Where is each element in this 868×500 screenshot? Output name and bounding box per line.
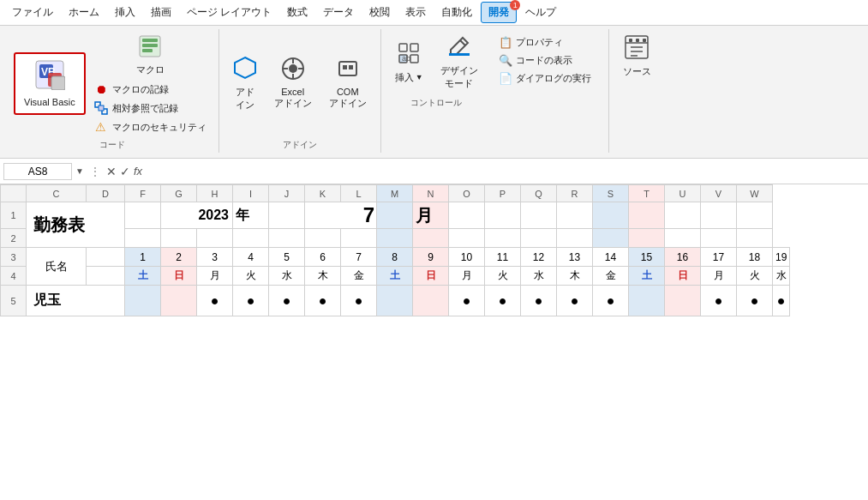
empty-s2[interactable] [593, 229, 629, 248]
weekday-7[interactable]: 金 [341, 267, 377, 286]
col-header-Q[interactable]: Q [521, 185, 557, 202]
empty-p2[interactable] [485, 229, 521, 248]
empty-r2[interactable] [557, 229, 593, 248]
confirm-formula-button[interactable]: ✓ [120, 165, 130, 178]
empty-d3[interactable] [87, 248, 125, 267]
macro-button[interactable]: マクロ [131, 31, 170, 79]
weekday-11[interactable]: 火 [485, 267, 521, 286]
day-7[interactable]: 7 [341, 248, 377, 267]
col-header-N[interactable]: N [413, 185, 449, 202]
relative-ref-button[interactable]: 相対参照で記録 [89, 99, 212, 117]
insert-control-button[interactable]: ab 挿入 ▼ [388, 38, 430, 87]
employee-kodama-d17[interactable]: ● [701, 286, 737, 316]
empty-t2[interactable] [629, 229, 665, 248]
employee-kodama-d6[interactable]: ● [305, 286, 341, 316]
employee-kodama-d3[interactable]: ● [197, 286, 233, 316]
com-addin-button[interactable]: COM アドイン [322, 53, 374, 113]
empty-v2[interactable] [701, 229, 737, 248]
weekday-4[interactable]: 火 [233, 267, 269, 286]
month-label-cell[interactable]: 月 [413, 202, 449, 229]
weekday-8[interactable]: 土 [377, 267, 413, 286]
name-box[interactable] [3, 163, 72, 180]
employee-kodama-d7[interactable]: ● [341, 286, 377, 316]
menu-home[interactable]: ホーム [62, 3, 106, 22]
properties-button[interactable]: 📋 プロパティ [494, 34, 596, 51]
empty-f2[interactable] [125, 229, 161, 248]
col-header-G[interactable]: G [161, 185, 197, 202]
empty-i2[interactable] [233, 229, 269, 248]
day-10[interactable]: 10 [449, 248, 485, 267]
weekday-10[interactable]: 月 [449, 267, 485, 286]
empty-u1[interactable] [665, 202, 701, 229]
empty-w2[interactable] [737, 229, 773, 248]
empty-p1[interactable] [485, 202, 521, 229]
col-header-D[interactable]: D [87, 185, 125, 202]
day-9[interactable]: 9 [413, 248, 449, 267]
year-cell[interactable]: 2023 [161, 202, 233, 229]
employee-kodama-d4[interactable]: ● [233, 286, 269, 316]
empty-q1[interactable] [521, 202, 557, 229]
source-button[interactable]: ソース [616, 31, 658, 81]
col-header-C[interactable]: C [27, 185, 87, 202]
day-13[interactable]: 13 [557, 248, 593, 267]
col-header-O[interactable]: O [449, 185, 485, 202]
employee-kodama-d10[interactable]: ● [449, 286, 485, 316]
empty-q2[interactable] [521, 229, 557, 248]
day-18[interactable]: 18 [737, 248, 773, 267]
col-header-V[interactable]: V [701, 185, 737, 202]
weekday-17[interactable]: 月 [701, 267, 737, 286]
col-header-M[interactable]: M [377, 185, 413, 202]
weekday-13[interactable]: 木 [557, 267, 593, 286]
view-code-button[interactable]: 🔍 コードの表示 [494, 52, 596, 69]
col-header-L[interactable]: L [341, 185, 377, 202]
month-cell[interactable]: 7 [305, 202, 377, 229]
col-header-W[interactable]: W [737, 185, 773, 202]
year-label-cell[interactable]: 年 [233, 202, 269, 229]
day-15[interactable]: 15 [629, 248, 665, 267]
empty-o1[interactable] [449, 202, 485, 229]
empty-v1[interactable] [701, 202, 737, 229]
empty-h2[interactable] [197, 229, 233, 248]
weekday-15[interactable]: 土 [629, 267, 665, 286]
empty-w1[interactable] [737, 202, 773, 229]
day-2[interactable]: 2 [161, 248, 197, 267]
empty-j1[interactable] [269, 202, 305, 229]
empty-d4[interactable] [87, 267, 125, 286]
empty-u2[interactable] [665, 229, 701, 248]
day-19[interactable]: 19 [773, 248, 790, 267]
name-box-dropdown-icon[interactable]: ▼ [75, 166, 84, 176]
empty-m1[interactable] [377, 202, 413, 229]
employee-kodama-d14[interactable]: ● [593, 286, 629, 316]
col-header-H[interactable]: H [197, 185, 233, 202]
employee-kodama-d1[interactable] [125, 286, 161, 316]
day-16[interactable]: 16 [665, 248, 701, 267]
day-11[interactable]: 11 [485, 248, 521, 267]
weekday-1[interactable]: 土 [125, 267, 161, 286]
day-17[interactable]: 17 [701, 248, 737, 267]
menu-draw[interactable]: 描画 [144, 3, 178, 22]
empty-s1[interactable] [593, 202, 629, 229]
employee-kodama-d11[interactable]: ● [485, 286, 521, 316]
weekday-12[interactable]: 水 [521, 267, 557, 286]
col-header-K[interactable]: K [305, 185, 341, 202]
weekday-19[interactable]: 水 [773, 267, 790, 286]
day-4[interactable]: 4 [233, 248, 269, 267]
fx-button[interactable]: fx [134, 165, 142, 178]
menu-file[interactable]: ファイル [5, 3, 60, 22]
empty-t1[interactable] [629, 202, 665, 229]
excel-addin-button[interactable]: Excel アドイン [267, 53, 319, 113]
weekday-5[interactable]: 水 [269, 267, 305, 286]
col-header-U[interactable]: U [665, 185, 701, 202]
formula-input[interactable] [146, 164, 865, 179]
day-14[interactable]: 14 [593, 248, 629, 267]
weekday-9[interactable]: 日 [413, 267, 449, 286]
col-header-F[interactable]: F [125, 185, 161, 202]
empty-f1[interactable] [125, 202, 161, 229]
empty-j2[interactable] [269, 229, 305, 248]
day-8[interactable]: 8 [377, 248, 413, 267]
cancel-formula-button[interactable]: ✕ [106, 165, 117, 178]
design-mode-button[interactable]: デザイン モード [434, 31, 485, 93]
employee-name-kodama[interactable]: 児玉 [27, 286, 125, 316]
menu-data[interactable]: データ [316, 3, 361, 22]
employee-kodama-d16[interactable] [665, 286, 701, 316]
